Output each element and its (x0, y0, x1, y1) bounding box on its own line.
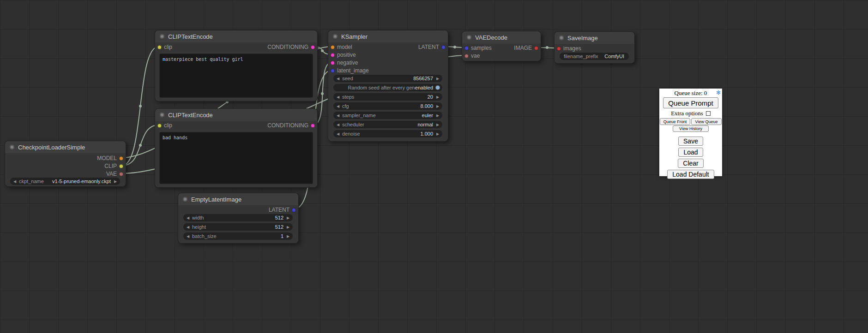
node-title-bar[interactable]: SaveImage (555, 32, 634, 44)
output-slot-conditioning[interactable]: CONDITIONING (265, 44, 315, 50)
collapse-dot-icon[interactable] (333, 34, 338, 39)
decrement-arrow-icon[interactable]: ◀ (336, 104, 340, 108)
input-slot-clip[interactable]: clip (157, 122, 175, 129)
model-port-icon[interactable] (331, 45, 335, 49)
conditioning-port-icon[interactable] (311, 45, 315, 49)
widget-batch-size[interactable]: ◀ batch_size 1 ▶ (183, 232, 293, 240)
decrement-arrow-icon[interactable]: ◀ (336, 77, 340, 81)
input-slot-model[interactable]: model (331, 44, 355, 50)
node-ksampler[interactable]: KSampler model positive negative latent_… (328, 30, 448, 142)
output-slot-conditioning[interactable]: CONDITIONING (265, 122, 315, 129)
queue-prompt-button[interactable]: Queue Prompt (663, 97, 718, 108)
increment-arrow-icon[interactable]: ▶ (286, 234, 290, 238)
vae-port-icon[interactable] (119, 172, 123, 176)
clip-port-icon[interactable] (119, 164, 123, 168)
output-slot-image[interactable]: IMAGE (512, 45, 538, 51)
node-title-bar[interactable]: CLIPTextEncode (155, 30, 317, 42)
conditioning-port-icon[interactable] (331, 53, 335, 57)
decrement-arrow-icon[interactable]: ◀ (186, 234, 190, 238)
toggle-icon[interactable] (435, 85, 440, 90)
queue-front-button[interactable]: Queue Front (660, 118, 690, 125)
vae-port-icon[interactable] (464, 54, 469, 58)
node-save-image[interactable]: SaveImage images filename_prefix ComfyUI (554, 31, 635, 64)
widget-seed[interactable]: ◀ seed 8566257 ▶ (333, 75, 442, 82)
input-slot-negative[interactable]: negative (331, 59, 360, 66)
widget-width[interactable]: ◀ width 512 ▶ (183, 214, 293, 221)
node-title-bar[interactable]: VAEDecode (462, 31, 541, 43)
view-history-button[interactable]: View History (673, 125, 709, 132)
widget-height[interactable]: ◀ height 512 ▶ (183, 223, 293, 231)
node-title-bar[interactable]: CheckpointLoaderSimple (5, 141, 126, 153)
output-slot-vae[interactable]: VAE (104, 171, 123, 177)
output-slot-clip[interactable]: CLIP (102, 163, 123, 169)
decrement-arrow-icon[interactable]: ◀ (186, 216, 190, 220)
input-slot-vae[interactable]: vae (464, 53, 482, 59)
prompt-text-area[interactable]: bad hands (159, 132, 313, 184)
increment-arrow-icon[interactable]: ▶ (435, 113, 440, 118)
increment-arrow-icon[interactable]: ▶ (435, 77, 440, 81)
prompt-text-area[interactable]: masterpiece best quality girl (159, 54, 313, 98)
node-clip-text-encode-negative[interactable]: CLIPTextEncode clip CONDITIONING bad han… (155, 108, 318, 188)
widget-scheduler[interactable]: ◀ scheduler normal ▶ (333, 121, 442, 128)
widget-denoise[interactable]: ◀ denoise 1.000 ▶ (333, 130, 442, 137)
node-vae-decode[interactable]: VAEDecode samples vae IMAGE (462, 31, 541, 61)
extra-options-checkbox[interactable] (706, 111, 711, 116)
image-port-icon[interactable] (534, 46, 538, 50)
clip-port-icon[interactable] (157, 124, 162, 128)
input-slot-latent-image[interactable]: latent_image (331, 67, 371, 74)
increment-arrow-icon[interactable]: ▶ (435, 104, 440, 108)
node-title-bar[interactable]: EmptyLatentImage (178, 193, 298, 205)
collapse-dot-icon[interactable] (183, 197, 187, 202)
latent-port-icon[interactable] (464, 46, 469, 50)
output-slot-latent[interactable]: LATENT (266, 207, 296, 213)
decrement-arrow-icon[interactable]: ◀ (336, 132, 340, 136)
latent-port-icon[interactable] (441, 45, 446, 49)
node-title-bar[interactable]: KSampler (328, 30, 448, 42)
input-slot-positive[interactable]: positive (331, 52, 358, 58)
node-empty-latent-image[interactable]: EmptyLatentImage LATENT ◀ width 512 ▶ ◀ … (178, 193, 299, 244)
output-slot-model[interactable]: MODEL (95, 155, 123, 161)
input-slot-clip[interactable]: clip (157, 44, 175, 50)
increment-arrow-icon[interactable]: ▶ (435, 95, 440, 99)
increment-arrow-icon[interactable]: ▶ (286, 225, 290, 229)
increment-arrow-icon[interactable]: ▶ (435, 123, 440, 127)
output-slot-latent[interactable]: LATENT (416, 44, 446, 50)
node-clip-text-encode-positive[interactable]: CLIPTextEncode clip CONDITIONING masterp… (155, 30, 318, 101)
collapse-dot-icon[interactable] (160, 113, 164, 117)
view-queue-button[interactable]: View Queue (691, 118, 722, 125)
conditioning-port-icon[interactable] (331, 61, 335, 65)
widget-random-seed-toggle[interactable]: Random seed after every gen enabled (333, 84, 442, 91)
image-port-icon[interactable] (557, 47, 561, 51)
settings-icon[interactable]: ✻ (716, 89, 721, 96)
node-checkpoint-loader[interactable]: CheckpointLoaderSimple MODEL CLIP VAE ◀ … (5, 141, 126, 187)
widget-sampler-name[interactable]: ◀ sampler_name euler ▶ (333, 112, 442, 119)
latent-port-icon[interactable] (292, 208, 296, 212)
widget-cfg[interactable]: ◀ cfg 8.000 ▶ (333, 102, 442, 110)
increment-arrow-icon[interactable]: ▶ (286, 216, 290, 220)
input-slot-samples[interactable]: samples (464, 45, 494, 51)
clear-button[interactable]: Clear (678, 159, 703, 168)
latent-port-icon[interactable] (331, 69, 335, 73)
decrement-arrow-icon[interactable]: ◀ (186, 225, 190, 229)
collapse-dot-icon[interactable] (467, 35, 471, 40)
clip-port-icon[interactable] (157, 45, 162, 49)
widget-ckpt-name[interactable]: ◀ ckpt_name v1-5-pruned-emaonly.ckpt ▶ (10, 178, 120, 185)
increment-arrow-icon[interactable]: ▶ (435, 132, 440, 136)
model-port-icon[interactable] (119, 156, 123, 161)
decrement-arrow-icon[interactable]: ◀ (12, 179, 17, 184)
collapse-dot-icon[interactable] (559, 36, 564, 40)
save-button[interactable]: Save (678, 137, 703, 146)
collapse-dot-icon[interactable] (10, 145, 14, 149)
conditioning-port-icon[interactable] (311, 124, 315, 128)
collapse-dot-icon[interactable] (160, 34, 164, 39)
widget-filename-prefix[interactable]: filename_prefix ComfyUI (560, 53, 629, 60)
node-title-bar[interactable]: CLIPTextEncode (155, 109, 317, 121)
decrement-arrow-icon[interactable]: ◀ (336, 113, 340, 118)
load-button[interactable]: Load (678, 148, 703, 157)
decrement-arrow-icon[interactable]: ◀ (336, 95, 340, 99)
increment-arrow-icon[interactable]: ▶ (113, 179, 118, 184)
widget-steps[interactable]: ◀ steps 20 ▶ (333, 93, 442, 101)
input-slot-images[interactable]: images (557, 45, 584, 52)
load-default-button[interactable]: Load Default (667, 170, 714, 179)
decrement-arrow-icon[interactable]: ◀ (336, 123, 340, 127)
